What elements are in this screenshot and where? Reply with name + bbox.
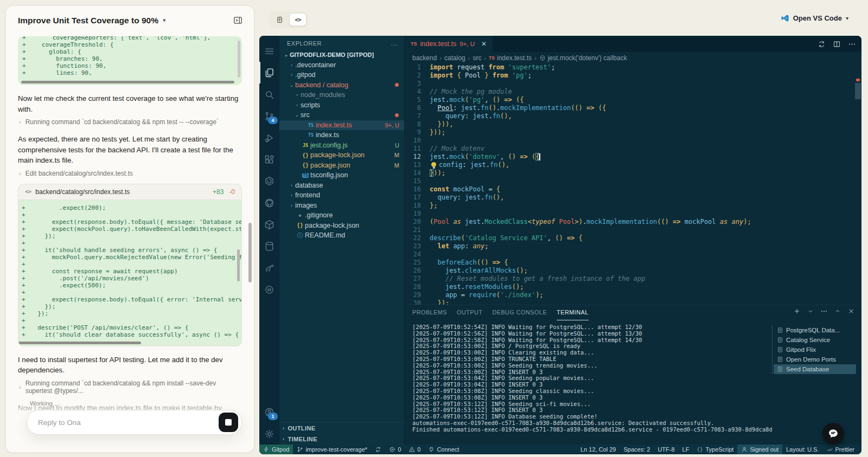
tree-item-node-modules[interactable]: ›node_modules — [279, 90, 404, 100]
terminal-instance-open-demo-ports[interactable]: Open Demo Ports — [774, 355, 856, 364]
status-language-mode[interactable]: TypeScript — [693, 445, 737, 454]
terminal-output[interactable]: [2025-07-09T10:52:54Z] INFO Waiting for … — [405, 320, 772, 445]
sidebar-section-outline[interactable]: ›OUTLINE — [279, 423, 404, 434]
chat-scrollbar[interactable] — [248, 223, 252, 282]
code-view-button[interactable]: <> — [289, 13, 307, 26]
editor-scrollbar[interactable] — [855, 83, 861, 99]
stop-button[interactable] — [219, 413, 238, 432]
lightbulb-icon[interactable] — [431, 162, 436, 167]
activity-run-and-debug[interactable] — [259, 127, 279, 149]
tree-item-backend-catalog[interactable]: ⌄backend / catalog — [279, 80, 404, 91]
split-editor-icon[interactable] — [833, 40, 841, 48]
open-vscode-button[interactable]: Open VS Code ▾ — [777, 13, 852, 23]
new-terminal-icon[interactable] — [793, 307, 801, 315]
more-actions-icon[interactable] — [848, 40, 856, 48]
activity-github[interactable] — [259, 192, 279, 214]
tree-item-.gitignore[interactable]: ◆.gitignore — [279, 210, 404, 221]
tree-item-index.ts[interactable]: TSindex.ts — [279, 130, 404, 140]
activity-accounts[interactable]: 1 — [259, 401, 279, 423]
status-remote-indicator[interactable]: Gitpod — [259, 445, 293, 454]
chevron-down-icon[interactable] — [807, 307, 814, 315]
breadcrumb-item[interactable]: backend — [412, 54, 437, 62]
tree-item-.devcontainer[interactable]: ›.devcontainer — [279, 60, 404, 70]
status-prettier[interactable]: Prettier — [823, 445, 858, 454]
more-actions-icon[interactable]: ... — [391, 40, 398, 47]
activity-database[interactable] — [259, 235, 279, 257]
more-actions-icon[interactable] — [820, 307, 828, 315]
status-sync-changes[interactable] — [371, 445, 385, 454]
status-eol[interactable]: LF — [679, 445, 693, 454]
terminal-instance-gitpod-flix[interactable]: Gitpod Flix — [774, 345, 856, 355]
terminal-instance-catalog-service[interactable]: Catalog Service — [774, 335, 856, 345]
tree-item-package-lock.json[interactable]: {}package-lock.jsonM — [279, 150, 404, 160]
tree-item-package.json[interactable]: {}package.jsonM — [279, 160, 404, 171]
scrollbar-vertical[interactable] — [237, 249, 240, 281]
activity-settings[interactable] — [259, 423, 279, 445]
tree-item-src[interactable]: ⌄src — [279, 110, 404, 120]
status-encoding[interactable]: UTF-8 — [654, 445, 678, 454]
activity-menu[interactable] — [259, 40, 279, 62]
activity-source-control[interactable]: 4 — [259, 105, 279, 127]
diff-line: + functions: 90, — [22, 62, 237, 69]
tree-item-.gitpod[interactable]: ›.gitpod — [279, 70, 404, 80]
activity-kangaroo[interactable] — [259, 257, 279, 279]
status-keyboard-layout[interactable]: Layout: U.S. — [782, 445, 823, 454]
scrollbar-horizontal[interactable] — [18, 342, 141, 344]
status-indentation[interactable]: Spaces: 2 — [620, 445, 654, 454]
tree-item-gitpodflix-demo-gitpod-[interactable]: ⌄GITPODFLIX-DEMO [GITPOD] — [279, 50, 404, 60]
help-chat-button[interactable] — [822, 423, 844, 445]
document-view-button[interactable] — [271, 13, 288, 26]
status-cursor-position[interactable]: Ln 12, Col 29 — [577, 445, 620, 454]
tab-index-test-ts[interactable]: TS index.test.ts 9+, U ✕ — [405, 36, 493, 52]
tree-item-jest.config.js[interactable]: JSjest.config.jsU — [279, 140, 404, 151]
status-warnings[interactable]: 0 — [405, 445, 424, 454]
chat-scroll-area[interactable]: + coverageReporters: ['text', 'lcov', 'h… — [6, 34, 254, 452]
terminal-instance-postgresql-data-[interactable]: PostgreSQL Data... — [774, 325, 856, 335]
sync-icon[interactable] — [818, 40, 826, 48]
status-git-branch[interactable]: improve-test-coverage* — [293, 445, 371, 454]
maximize-panel-icon[interactable] — [834, 307, 841, 315]
tree-item-readme.md[interactable]: ⓘREADME.md — [279, 230, 404, 241]
close-panel-icon[interactable] — [847, 307, 855, 315]
diff-card-header[interactable]: <> backend/catalog/src/index.test.ts +83… — [18, 184, 241, 200]
tree-item-index.test.ts[interactable]: TSindex.test.ts9+, U — [279, 120, 404, 131]
open-side-panel-button[interactable] — [232, 14, 244, 27]
tree-item-database[interactable]: ›database — [279, 181, 404, 191]
breadcrumb-item[interactable]: src — [473, 54, 481, 62]
tree-item-scripts[interactable]: ›scripts — [279, 100, 404, 111]
tool-call-edit-file[interactable]: › Edit backend/catalog/src/index.test.ts — [19, 170, 242, 177]
scrollbar-horizontal[interactable] — [21, 81, 234, 83]
activity-explorer[interactable] — [259, 62, 279, 83]
status-account-status[interactable]: Signed out — [737, 445, 782, 454]
tool-call-run-command[interactable]: › Running command `cd backend/catalog &&… — [19, 118, 242, 126]
status-errors[interactable]: 0 — [385, 445, 405, 454]
task-title-dropdown[interactable]: Improve Unit Test Coverage to 90% ▾ — [18, 16, 166, 25]
git-status-badge: M — [394, 162, 399, 169]
activity-containers[interactable] — [259, 214, 279, 235]
tree-item-frontend[interactable]: ›frontend — [279, 190, 404, 201]
tool-call-run-command[interactable]: › Running command `cd backend/catalog &&… — [19, 379, 242, 395]
activity-ai-assistant[interactable] — [259, 279, 279, 300]
panel-tab-terminal[interactable]: TERMINAL — [557, 305, 589, 320]
scrollbar-vertical[interactable] — [238, 41, 240, 78]
breadcrumb-item[interactable]: TSindex.test.ts — [489, 54, 532, 62]
close-icon[interactable]: ✕ — [481, 40, 487, 48]
activity-gitpod[interactable] — [259, 170, 279, 192]
status-connect[interactable]: Connect — [424, 445, 463, 454]
breadcrumb-item[interactable]: catalog — [444, 54, 465, 62]
panel-tab-problems[interactable]: PROBLEMS — [412, 305, 447, 320]
breadcrumb-item[interactable]: jest.mock('dotenv') callback — [539, 54, 627, 62]
code-line-27: 27 // Reset modules to get a fresh insta… — [405, 275, 861, 283]
panel-tab-output[interactable]: OUTPUT — [457, 305, 482, 320]
chevron-down-icon: ⌄ — [288, 82, 295, 88]
tree-item-package-lock.json[interactable]: {}package-lock.json — [279, 221, 404, 231]
activity-search[interactable] — [259, 83, 279, 105]
tree-item-images[interactable]: ›images — [279, 201, 404, 211]
code-editor[interactable]: 1import request from 'supertest';2import… — [405, 63, 861, 305]
tree-item-tsconfig.json[interactable]: TStsconfig.json — [279, 170, 404, 181]
panel-tab-debug-console[interactable]: DEBUG CONSOLE — [492, 305, 547, 320]
terminal-instance-seed-database[interactable]: Seed Database — [774, 364, 856, 374]
sidebar-section-timeline[interactable]: ›TIMELINE — [279, 434, 404, 445]
reply-input[interactable] — [37, 418, 219, 427]
activity-extensions[interactable] — [259, 149, 279, 170]
